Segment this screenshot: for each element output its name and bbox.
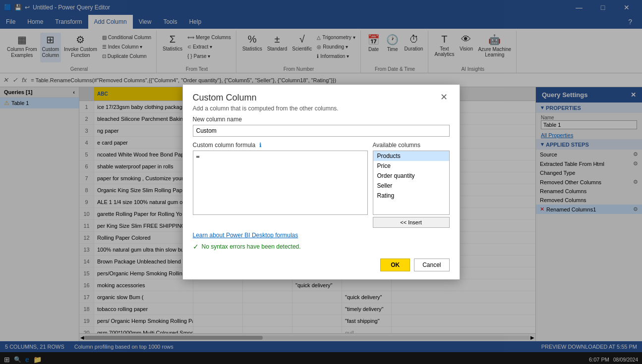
ok-button[interactable]: OK — [380, 259, 410, 271]
modal-status: ✓ No syntax errors have been detected. — [193, 243, 450, 251]
col-item-rating[interactable]: Rating — [373, 191, 449, 201]
modal-two-col: Custom column formula ℹ = Available colu… — [193, 142, 450, 228]
modal-footer: OK Cancel — [183, 255, 460, 279]
new-column-label: New column name — [193, 116, 450, 123]
formula-textarea[interactable]: = — [193, 151, 368, 215]
col-item-products[interactable]: Products — [373, 151, 449, 161]
insert-button[interactable]: << Insert — [373, 217, 450, 228]
status-check-icon: ✓ — [193, 243, 199, 251]
col-item-price[interactable]: Price — [373, 161, 449, 171]
new-column-name-input[interactable] — [193, 125, 450, 137]
formula-info-icon: ℹ — [259, 142, 262, 149]
modal-header: Custom Column Add a column that is compu… — [183, 85, 460, 116]
col-item-seller[interactable]: Seller — [373, 181, 449, 191]
modal-title-area: Custom Column Add a column that is compu… — [193, 93, 339, 112]
modal-title: Custom Column — [193, 93, 339, 103]
modal-close-button[interactable]: ✕ — [438, 93, 450, 102]
learn-more-link[interactable]: Learn about Power BI Desktop formulas — [193, 232, 450, 239]
modal-overlay: Custom Column Add a column that is compu… — [0, 0, 642, 364]
cancel-button[interactable]: Cancel — [414, 259, 449, 271]
formula-label-text: Custom column formula — [193, 142, 256, 149]
formula-area: Custom column formula ℹ = — [193, 142, 368, 228]
custom-column-modal: Custom Column Add a column that is compu… — [182, 84, 460, 280]
available-columns-label: Available columns — [373, 142, 450, 149]
col-item-order-qty[interactable]: Order quantity — [373, 171, 449, 181]
status-message: No syntax errors have been detected. — [202, 243, 301, 250]
available-columns-area: Available columns Products Price Order q… — [373, 142, 450, 228]
columns-list: Products Price Order quantity Seller Rat… — [373, 151, 450, 215]
formula-label: Custom column formula ℹ — [193, 142, 368, 149]
modal-subtitle: Add a column that is computed from the o… — [193, 105, 339, 112]
modal-body: New column name Custom column formula ℹ … — [183, 116, 460, 251]
